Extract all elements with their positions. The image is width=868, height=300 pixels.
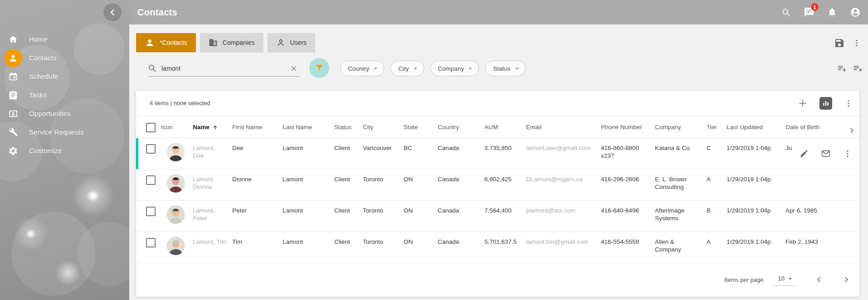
clear-search-icon[interactable] — [290, 64, 298, 73]
cell-state: ON — [404, 169, 438, 200]
tab-users[interactable]: Users — [268, 33, 316, 52]
column-header-icon[interactable]: Icon — [161, 116, 193, 138]
tab-companies[interactable]: Companies — [200, 33, 263, 52]
sidebar-item-label: Schedule — [29, 73, 58, 80]
sidebar-item-home[interactable]: Home — [0, 30, 129, 48]
save-icon[interactable] — [834, 38, 845, 48]
sidebar-item-tasks[interactable]: Tasks — [0, 86, 129, 104]
chart-icon[interactable] — [819, 97, 832, 110]
chip-label: City — [398, 65, 409, 72]
email-icon[interactable] — [821, 149, 831, 159]
row-avatar-cell — [161, 138, 193, 169]
caret-down-icon — [466, 64, 474, 73]
scroll-columns-right-icon[interactable] — [844, 116, 859, 138]
dollar-icon: $ — [4, 104, 23, 123]
column-header-city[interactable]: City — [363, 116, 404, 138]
cell-country: Canada — [438, 232, 484, 263]
sidebar-item-contacts[interactable]: Contacts — [0, 48, 129, 67]
add-contact-icon[interactable] — [798, 98, 808, 108]
search-input[interactable] — [161, 65, 290, 72]
tab-contacts[interactable]: *Contacts — [136, 33, 196, 52]
caret-down-icon — [411, 64, 419, 73]
row-more-icon[interactable] — [843, 149, 852, 158]
column-header-country[interactable]: Country — [438, 116, 484, 138]
cell-date-of-birth — [785, 169, 844, 200]
gear-icon — [4, 141, 23, 160]
avatar — [166, 143, 185, 161]
tab-label: Companies — [223, 39, 255, 46]
cell-aum: 7,564,400 — [484, 201, 526, 232]
account-icon[interactable] — [850, 7, 861, 18]
column-header-state[interactable]: State — [404, 116, 438, 138]
messages-button[interactable]: 1 — [804, 7, 814, 18]
cell-first-name: Dee — [232, 138, 283, 169]
column-header-first-name[interactable]: First Name — [232, 116, 283, 138]
table-row[interactable]: Lamont, PeterPeterLamontClientTorontoONC… — [136, 201, 859, 232]
column-header-last-name[interactable]: Last Name — [283, 116, 334, 138]
tab-label: Users — [290, 39, 307, 46]
cell-aum: 6,902,425 — [484, 169, 526, 200]
column-header-aum[interactable]: AUM — [484, 116, 526, 138]
cell-last-name: Lamont — [283, 232, 334, 263]
home-icon — [4, 30, 23, 48]
search-icon[interactable] — [780, 7, 791, 18]
selected-row-indicator — [136, 138, 138, 169]
row-checkbox[interactable] — [146, 175, 156, 185]
table-row[interactable]: Lamont, TimTimLamontClientTorontoONCanad… — [136, 232, 859, 263]
row-checkbox[interactable] — [146, 238, 156, 247]
sidebar-item-service-requests[interactable]: Service Requests — [0, 123, 129, 141]
column-header-phone-number[interactable]: Phone Number — [601, 116, 655, 138]
caret-down-icon — [513, 64, 521, 73]
filter-chip-status[interactable]: Status — [485, 61, 525, 76]
cell-phone: 416-554-5559 — [601, 232, 655, 263]
cell-aum: 3,735,850 — [484, 138, 526, 169]
table-more-icon[interactable] — [844, 99, 853, 108]
filter-chip-country[interactable]: Country — [340, 61, 384, 76]
calendar-icon — [4, 67, 23, 86]
add-to-list-icon[interactable] — [837, 63, 847, 73]
chip-label: Company — [438, 65, 464, 72]
column-header-email[interactable]: Email — [526, 116, 601, 138]
caret-down-icon — [371, 64, 380, 73]
select-all-checkbox[interactable] — [146, 123, 156, 132]
edit-icon[interactable] — [800, 149, 809, 158]
sidebar-collapse-button[interactable] — [103, 3, 122, 21]
sidebar-item-schedule[interactable]: Schedule — [0, 67, 129, 86]
cell-status: Client — [334, 232, 363, 263]
column-header-status[interactable]: Status — [334, 116, 363, 138]
table-row[interactable]: Lamont, DionneDionneLamontClientTorontoO… — [136, 169, 859, 201]
row-select-cell — [136, 232, 161, 263]
sidebar-item-customize[interactable]: Customize — [0, 141, 129, 160]
cell-company: Afterimage Systems — [655, 201, 707, 232]
person-icon — [4, 48, 23, 67]
sidebar-item-opportunities[interactable]: $Opportunities — [0, 104, 129, 123]
column-header-date-of-birth[interactable]: Date of Birth — [785, 116, 844, 138]
page-size-select[interactable]: 10 — [774, 274, 796, 286]
column-header-company[interactable]: Company — [655, 116, 707, 138]
next-page-icon[interactable] — [842, 276, 850, 284]
prev-page-icon[interactable] — [815, 276, 823, 284]
sidebar-item-label: Tasks — [29, 91, 47, 99]
page-title: Contacts — [137, 7, 177, 18]
sidebar-item-label: Contacts — [29, 54, 57, 62]
row-checkbox[interactable] — [146, 207, 156, 216]
more-options-icon[interactable] — [852, 39, 861, 48]
row-checkbox[interactable] — [146, 144, 156, 154]
chip-label: Country — [348, 65, 369, 72]
cell-name: Lamont, Peter — [193, 201, 232, 232]
cell-city: Vancouver — [363, 138, 404, 169]
cell-name: Lamont, Tim — [193, 232, 232, 263]
filter-chip-city[interactable]: City — [390, 61, 424, 76]
column-header-name[interactable]: Name — [193, 116, 232, 138]
filter-chip-company[interactable]: Company — [430, 61, 479, 76]
filter-button[interactable] — [309, 58, 329, 78]
column-header-last-updated[interactable]: Last Updated — [727, 116, 785, 138]
items-per-page-label: Items per page — [724, 276, 764, 283]
column-header-tier[interactable]: Tier — [707, 116, 727, 138]
chevron-left-icon — [107, 7, 117, 17]
table-row[interactable]: Lamont, DeeDeeLamontClientVancouverBCCan… — [136, 138, 859, 169]
clear-list-filter-icon[interactable] — [853, 63, 863, 73]
bell-icon[interactable] — [827, 7, 838, 18]
cell-status: Client — [334, 169, 363, 200]
cell-phone: 416-860-8800 x237 — [601, 138, 655, 169]
